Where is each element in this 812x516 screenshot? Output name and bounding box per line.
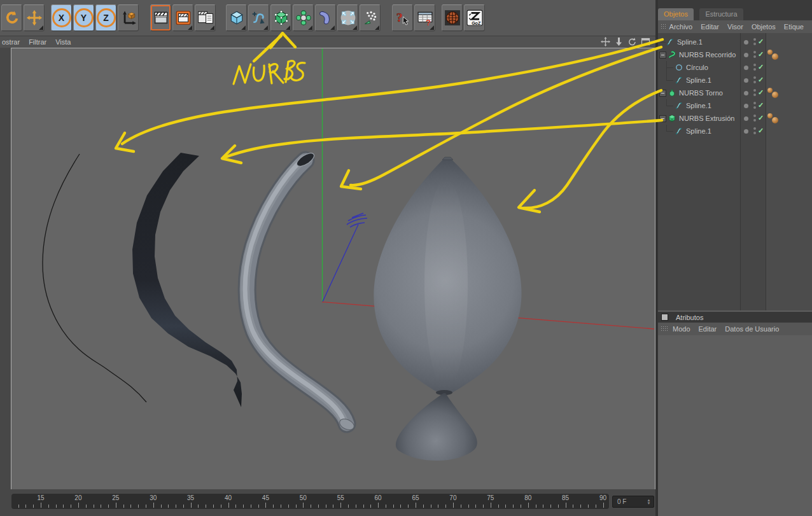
lathe-object-foot[interactable] bbox=[396, 393, 477, 461]
enabled-check-icon[interactable]: ✓ bbox=[758, 50, 764, 59]
x-axis-lock-button[interactable]: X bbox=[51, 4, 72, 31]
visibility-dot[interactable] bbox=[744, 66, 748, 70]
online-updater-button[interactable] bbox=[442, 4, 463, 31]
y-axis-lock-button[interactable]: Y bbox=[73, 4, 94, 31]
object-label[interactable]: Spline.1 bbox=[677, 38, 703, 46]
frame-spinner[interactable]: ▲▼ bbox=[645, 499, 654, 505]
material-tag-icon[interactable] bbox=[772, 117, 778, 123]
attr-menu-datos-de-usuario[interactable]: Datos de Usuario bbox=[725, 325, 779, 333]
attributes-lock-checkbox[interactable] bbox=[661, 314, 668, 321]
render-dot[interactable] bbox=[753, 55, 756, 58]
expand-toggle[interactable] bbox=[659, 90, 666, 97]
render-dot[interactable] bbox=[753, 68, 756, 71]
expand-toggle[interactable] bbox=[659, 52, 666, 59]
material-tag-icon[interactable] bbox=[772, 53, 778, 60]
om-menu-archivo[interactable]: Archivo bbox=[669, 23, 693, 31]
add-particles-button[interactable] bbox=[360, 4, 381, 31]
viewport-menu-vista[interactable]: Vista bbox=[55, 38, 71, 46]
z-axis-lock-button[interactable]: Z bbox=[95, 4, 116, 31]
render-picture-viewer-button[interactable] bbox=[172, 4, 193, 31]
render-dot[interactable] bbox=[753, 81, 756, 83]
render-dot[interactable] bbox=[753, 132, 756, 134]
editor-dot[interactable] bbox=[753, 127, 756, 130]
enabled-check-icon[interactable]: ✓ bbox=[758, 101, 764, 109]
editor-dot[interactable] bbox=[753, 51, 756, 53]
viewport[interactable] bbox=[11, 48, 655, 490]
tree-row-círculo[interactable]: Círculo✓ bbox=[658, 61, 812, 74]
add-primitive-button[interactable] bbox=[226, 4, 247, 31]
tab-estructura[interactable]: Estructura bbox=[699, 8, 743, 20]
editor-dot[interactable] bbox=[753, 115, 756, 117]
phong-tag-icon[interactable] bbox=[767, 113, 773, 118]
drag-grip-icon[interactable] bbox=[661, 326, 669, 332]
pan-icon[interactable] bbox=[601, 37, 610, 46]
om-menu-editar[interactable]: Editar bbox=[701, 23, 719, 31]
om-menu-visor[interactable]: Visor bbox=[727, 23, 743, 31]
material-tag-icon[interactable] bbox=[772, 92, 778, 98]
tree-row-spline-1[interactable]: Spline.1✓ bbox=[658, 36, 812, 48]
visibility-dot[interactable] bbox=[744, 129, 748, 134]
timeline-ruler[interactable]: 15202530354045505560657075808590 bbox=[11, 494, 609, 509]
editor-dot[interactable] bbox=[753, 89, 756, 92]
phong-tag-icon[interactable] bbox=[767, 50, 773, 55]
enabled-check-icon[interactable]: ✓ bbox=[758, 38, 764, 46]
editor-dot[interactable] bbox=[753, 76, 756, 79]
render-dot[interactable] bbox=[753, 119, 756, 122]
tree-row-spline-1[interactable]: Spline.1✓ bbox=[658, 74, 812, 87]
enabled-check-icon[interactable]: ✓ bbox=[758, 88, 764, 97]
object-label[interactable]: Spline.1 bbox=[686, 76, 711, 84]
attr-menu-editar[interactable]: Editar bbox=[699, 325, 717, 333]
extrude-object[interactable] bbox=[132, 153, 242, 407]
viewport-menu-ostrar[interactable]: ostrar bbox=[2, 38, 20, 46]
visibility-dot[interactable] bbox=[744, 104, 748, 108]
visibility-dot[interactable] bbox=[744, 78, 748, 83]
object-label[interactable]: NURBS Torno bbox=[679, 89, 723, 97]
add-modeling-button[interactable] bbox=[293, 4, 314, 31]
lathe-object[interactable] bbox=[374, 157, 521, 461]
tree-row-nurbs-torno[interactable]: NURBS Torno✓ bbox=[658, 87, 812, 99]
tree-row-nurbs-extrusión[interactable]: NURBS Extrusión✓ bbox=[658, 112, 812, 125]
render-dot[interactable] bbox=[753, 43, 756, 45]
editor-dot[interactable] bbox=[753, 64, 756, 66]
dolly-icon[interactable] bbox=[614, 37, 624, 46]
visibility-dot[interactable] bbox=[744, 91, 748, 95]
visibility-dot[interactable] bbox=[744, 116, 748, 121]
add-nurbs-button[interactable] bbox=[270, 4, 291, 31]
maximize-view-icon[interactable] bbox=[641, 37, 650, 46]
tab-objetos[interactable]: Objetos bbox=[658, 8, 694, 20]
help-button[interactable]: ? bbox=[392, 4, 413, 31]
enabled-check-icon[interactable]: ✓ bbox=[758, 127, 764, 135]
tree-row-spline-1[interactable]: Spline.1✓ bbox=[658, 99, 812, 112]
tree-row-spline-1[interactable]: Spline.1✓ bbox=[658, 125, 812, 137]
editor-dot[interactable] bbox=[753, 102, 756, 104]
tree-row-nurbs-recorrido[interactable]: NURBS Recorrido✓ bbox=[658, 48, 812, 61]
render-dot[interactable] bbox=[753, 106, 756, 109]
sweep-object[interactable] bbox=[245, 151, 356, 432]
phong-tag-icon[interactable] bbox=[767, 88, 773, 93]
attr-menu-modo[interactable]: Modo bbox=[673, 325, 690, 333]
object-label[interactable]: NURBS Recorrido bbox=[679, 51, 736, 59]
enabled-check-icon[interactable]: ✓ bbox=[758, 76, 764, 84]
expand-toggle[interactable] bbox=[659, 115, 666, 122]
drag-grip-icon[interactable] bbox=[661, 24, 666, 30]
coordinate-system-button[interactable] bbox=[118, 4, 139, 31]
spline-object[interactable] bbox=[43, 154, 146, 402]
object-label[interactable]: NURBS Extrusión bbox=[679, 115, 734, 122]
object-label[interactable]: Spline.1 bbox=[686, 127, 711, 135]
render-view-button[interactable] bbox=[150, 4, 171, 31]
enabled-check-icon[interactable]: ✓ bbox=[758, 63, 764, 71]
visibility-dot[interactable] bbox=[744, 53, 748, 57]
rotate-view-icon[interactable] bbox=[627, 37, 637, 46]
add-environment-button[interactable] bbox=[337, 4, 358, 31]
undo-button[interactable] bbox=[1, 4, 22, 31]
visibility-dot[interactable] bbox=[744, 40, 748, 45]
om-menu-objetos[interactable]: Objetos bbox=[752, 23, 776, 31]
add-spline-button[interactable] bbox=[248, 4, 269, 31]
move-button[interactable] bbox=[24, 4, 45, 31]
render-dot[interactable] bbox=[753, 94, 756, 96]
add-deformer-button[interactable] bbox=[315, 4, 336, 31]
enabled-check-icon[interactable]: ✓ bbox=[758, 114, 764, 122]
current-frame-field[interactable]: 0 F ▲▼ bbox=[612, 496, 654, 508]
object-label[interactable]: Spline.1 bbox=[686, 102, 711, 109]
om-menu-etique[interactable]: Etique bbox=[784, 23, 804, 31]
